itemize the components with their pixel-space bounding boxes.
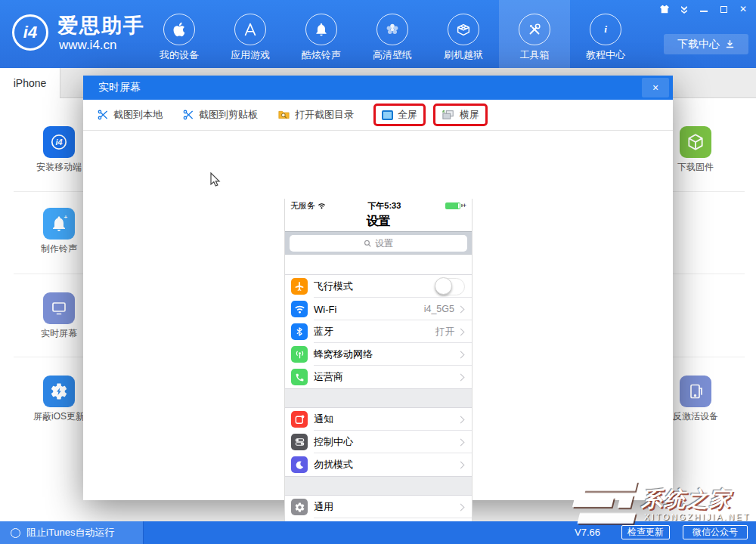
dialog-content: 无服务 下午5:33 + 设置 设置 [83,131,673,500]
bell-icon [305,14,337,45]
control-center-icon [291,434,308,450]
chevron-right-icon [457,503,465,511]
search-band: 设置 [285,231,472,255]
toolbar-label: 横屏 [460,108,479,122]
close-button[interactable]: ✕ [735,2,751,16]
search-icon [364,240,372,248]
carrier-label: 无服务 [290,200,315,212]
screenshot-to-clipboard-button[interactable]: 截图到剪贴板 [182,108,258,122]
phone-screen: 无服务 下午5:33 + 设置 设置 [284,199,472,544]
bluetooth-icon [291,323,308,340]
toggle-knob [435,277,452,295]
version-label: V7.66 [575,527,600,538]
row-value: 打开 [435,326,454,338]
minimize-button[interactable] [696,2,712,16]
settings-group-2: 通知 控制中心 勿扰模式 [285,407,472,477]
nav-wallpapers[interactable]: 高清壁纸 [357,0,428,68]
toolbox-icon [519,14,550,45]
nav-label: 教程中心 [586,48,625,62]
fullscreen-icon [382,110,393,120]
nav-tutorials[interactable]: i 教程中心 [570,0,641,68]
check-update-button[interactable]: 检查更新 [621,525,670,539]
dialog-toolbar: 截图到本地 截图到剪贴板 打开截图目录 全屏 横屏 [83,100,673,131]
row-label: 勿扰模式 [314,458,458,471]
divider [673,191,745,192]
dialog-titlebar[interactable]: 实时屏幕 × [83,76,673,100]
appstore-icon [234,14,266,45]
cellular-icon [291,346,308,363]
spacer [285,255,472,274]
airplane-icon [291,278,308,295]
ringtone-bell-icon: + [43,208,75,240]
row-label: Wi-Fi [314,304,424,315]
toolbar-label: 全屏 [398,108,417,122]
chevron-right-icon [457,461,465,468]
dialog-close-icon[interactable]: × [642,78,669,97]
group-separator [285,389,472,407]
download-center-button[interactable]: 下载中心 [664,34,748,54]
row-label: 蓝牙 [314,325,435,338]
row-label: 通知 [314,413,458,426]
row-label: 控制中心 [314,435,458,449]
nav-toolbox[interactable]: 工具箱 [499,0,570,68]
nav-my-devices[interactable]: 我的设备 [144,0,215,68]
nav-label: 高清壁纸 [373,48,412,62]
dialog-title: 实时屏幕 [98,81,141,94]
row-do-not-disturb[interactable]: 勿扰模式 [285,453,472,476]
jailbreak-box-icon [448,14,479,45]
folder-search-icon [277,109,290,121]
divider [14,357,83,357]
chevron-right-icon [457,351,465,358]
landscape-button[interactable]: 横屏 [442,108,479,122]
row-cellular[interactable]: 蜂窝移动网络 [285,343,472,366]
battery-icon [445,202,460,209]
rotate-landscape-icon [442,109,455,121]
notifications-icon [291,411,308,428]
row-label: 运营商 [314,370,458,384]
row-carrier[interactable]: 运营商 [285,366,472,388]
window-controls: ✕ [656,2,751,16]
row-wifi[interactable]: Wi-Fi i4_5G5 [285,298,472,320]
search-input[interactable]: 设置 [290,235,467,252]
tab-iphone[interactable]: iPhone [0,68,60,98]
svg-text:i: i [604,23,607,35]
apple-icon [163,14,195,45]
search-placeholder: 设置 [375,237,393,250]
row-bluetooth[interactable]: 蓝牙 打开 [285,320,472,343]
airplane-toggle[interactable] [435,278,465,295]
checkbox-circle-icon [11,528,20,538]
chevron-right-icon [457,438,465,446]
row-label: 通用 [314,500,458,514]
screenshot-to-local-button[interactable]: 截图到本地 [97,108,163,122]
svg-text:i4: i4 [55,138,62,147]
chevron-right-icon [457,416,465,423]
button-label: 微信公众号 [692,526,738,539]
nav-flash-jailbreak[interactable]: 刷机越狱 [428,0,499,68]
tab-label: iPhone [14,77,47,89]
nav-apps-games[interactable]: 应用游戏 [215,0,286,68]
monitor-icon [43,292,75,324]
menu-chevrons-icon[interactable] [676,2,692,16]
divider [14,191,83,192]
skin-icon[interactable] [656,2,673,16]
block-itunes-checkbox[interactable]: 阻止iTunes自动运行 [0,521,144,544]
app-title: 爱思助手 [57,12,145,39]
row-control-center[interactable]: 控制中心 [285,431,472,453]
logo-badge: i4 [23,23,37,42]
group-separator [285,477,472,495]
nav-ringtones[interactable]: 酷炫铃声 [286,0,357,68]
wifi-status-icon [318,202,326,209]
row-notifications[interactable]: 通知 [285,408,472,431]
maximize-button[interactable] [715,2,732,16]
open-screenshot-folder-button[interactable]: 打开截图目录 [277,108,354,122]
fullscreen-button[interactable]: 全屏 [382,108,417,122]
toolbar-label: 截图到本地 [113,108,163,122]
button-label: 检查更新 [627,526,664,539]
row-general[interactable]: 通用 [285,496,472,518]
wallpaper-icon [376,14,408,45]
checkbox-label: 阻止iTunes自动运行 [26,526,115,539]
wechat-account-button[interactable]: 微信公众号 [683,525,748,539]
nav-label: 应用游戏 [231,48,270,62]
row-airplane-mode[interactable]: 飞行模式 [285,275,472,298]
nav-label: 刷机越狱 [444,48,483,62]
